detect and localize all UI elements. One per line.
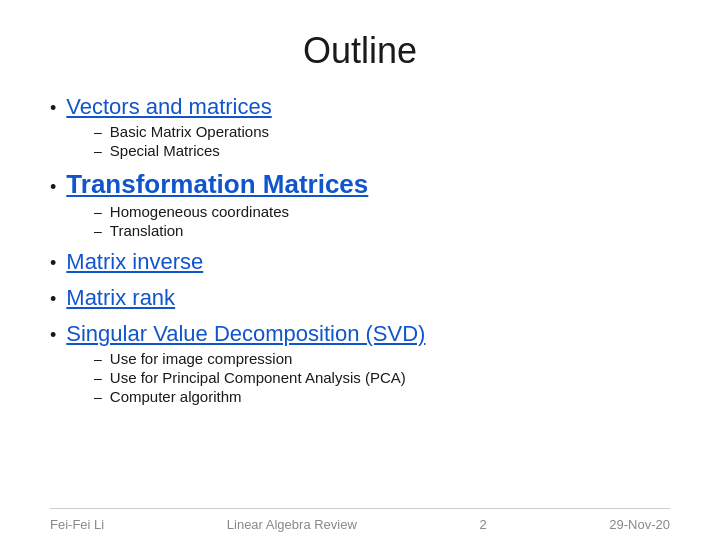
bullet-dot: • [50, 177, 56, 198]
footer-page: 2 [479, 517, 486, 532]
bullet-main: • Singular Value Decomposition (SVD) [50, 321, 670, 347]
bullet-main: • Matrix inverse [50, 249, 670, 275]
bullet-main: • Transformation Matrices [50, 169, 670, 200]
bullet-item-svd: • Singular Value Decomposition (SVD) – U… [50, 321, 670, 405]
bullet-item-rank: • Matrix rank [50, 285, 670, 311]
sub-bullet: – Homogeneous coordinates [94, 203, 670, 220]
sub-dash: – [94, 370, 102, 386]
sub-dash: – [94, 124, 102, 140]
footer: Fei-Fei Li Linear Algebra Review 2 29-No… [50, 508, 670, 540]
bullet-item-inverse: • Matrix inverse [50, 249, 670, 275]
sub-bullets-vectors: – Basic Matrix Operations – Special Matr… [94, 123, 670, 159]
bullet-text-svd: Singular Value Decomposition (SVD) [66, 321, 425, 347]
bullet-text-rank: Matrix rank [66, 285, 175, 311]
slide: Outline • Vectors and matrices – Basic M… [0, 0, 720, 540]
bullet-main: • Matrix rank [50, 285, 670, 311]
bullet-dot: • [50, 253, 56, 274]
footer-author: Fei-Fei Li [50, 517, 104, 532]
sub-dash: – [94, 143, 102, 159]
sub-bullet: – Translation [94, 222, 670, 239]
sub-bullet: – Use for image compression [94, 350, 670, 367]
sub-bullet: – Computer algorithm [94, 388, 670, 405]
bullet-text-inverse: Matrix inverse [66, 249, 203, 275]
sub-text: Use for Principal Component Analysis (PC… [110, 369, 406, 386]
sub-text: Basic Matrix Operations [110, 123, 269, 140]
footer-date: 29-Nov-20 [609, 517, 670, 532]
bullet-dot: • [50, 289, 56, 310]
sub-bullet: – Special Matrices [94, 142, 670, 159]
sub-text: Computer algorithm [110, 388, 242, 405]
sub-bullet: – Basic Matrix Operations [94, 123, 670, 140]
bullet-text-transformation: Transformation Matrices [66, 169, 368, 200]
bullet-item-transformation: • Transformation Matrices – Homogeneous … [50, 169, 670, 239]
sub-dash: – [94, 204, 102, 220]
bullet-item-vectors: • Vectors and matrices – Basic Matrix Op… [50, 94, 670, 159]
sub-bullets-svd: – Use for image compression – Use for Pr… [94, 350, 670, 405]
bullet-main: • Vectors and matrices [50, 94, 670, 120]
bullet-dot: • [50, 98, 56, 119]
sub-text: Special Matrices [110, 142, 220, 159]
sub-text: Homogeneous coordinates [110, 203, 289, 220]
bullet-text-vectors: Vectors and matrices [66, 94, 271, 120]
slide-title: Outline [50, 30, 670, 72]
content: • Vectors and matrices – Basic Matrix Op… [50, 94, 670, 508]
sub-text: Translation [110, 222, 184, 239]
sub-dash: – [94, 351, 102, 367]
sub-bullets-transformation: – Homogeneous coordinates – Translation [94, 203, 670, 239]
sub-dash: – [94, 389, 102, 405]
sub-dash: – [94, 223, 102, 239]
sub-bullet: – Use for Principal Component Analysis (… [94, 369, 670, 386]
footer-title: Linear Algebra Review [227, 517, 357, 532]
bullet-dot: • [50, 325, 56, 346]
sub-text: Use for image compression [110, 350, 293, 367]
